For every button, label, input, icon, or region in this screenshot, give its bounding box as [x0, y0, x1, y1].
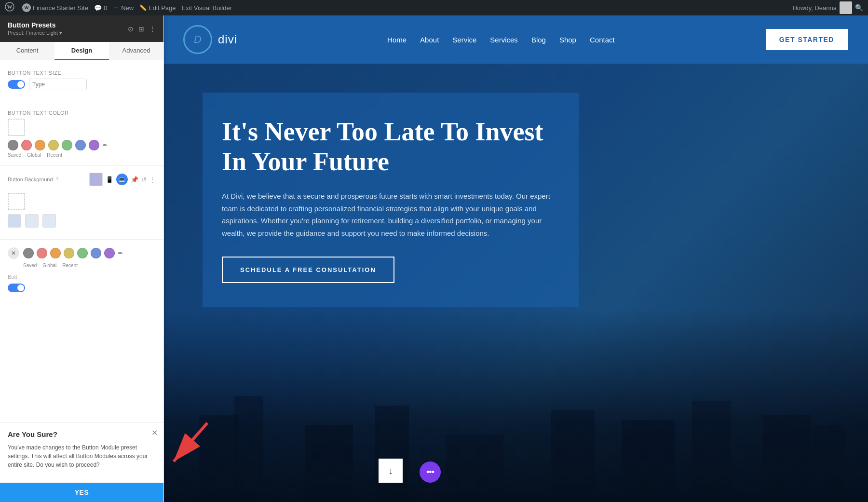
dots-icon: •••: [426, 467, 434, 477]
plus-icon: ＋: [113, 3, 119, 12]
bg-color-section: [0, 189, 163, 235]
grid-icon[interactable]: ⊞: [138, 25, 144, 33]
color-swatch-orange[interactable]: [35, 140, 45, 150]
comments-link[interactable]: 💬 0: [94, 4, 107, 12]
eyedropper-icon[interactable]: ✒: [102, 141, 108, 149]
site-name-text: Finance Starter Site: [33, 4, 88, 12]
swatch-blue-2[interactable]: [91, 248, 101, 258]
swatch-orange-2[interactable]: [50, 248, 61, 258]
nav-about[interactable]: About: [420, 36, 439, 44]
bg-label-text: Button Background: [8, 176, 53, 182]
swatch-red-2[interactable]: [37, 248, 47, 258]
divider-3: [0, 239, 163, 240]
modal-body-text: You've made changes to the Button Module…: [8, 443, 156, 469]
color-swatch-blue[interactable]: [75, 140, 86, 150]
are-you-sure-modal: Are You Sure? ✕ You've made changes to t…: [0, 422, 163, 502]
wp-logo-icon[interactable]: W: [5, 2, 14, 14]
button-text-color-group: Button Text Color ✒ Saved Global: [0, 106, 163, 162]
comment-icon: 💬: [94, 4, 102, 12]
divider-1: [0, 102, 163, 102]
tab-design[interactable]: Design: [54, 42, 109, 60]
button-text-size-group: Button Text Size: [0, 66, 163, 98]
nav-home[interactable]: Home: [387, 36, 407, 44]
panel-title: Button Presets: [8, 21, 62, 29]
bg-type-solid[interactable]: [8, 214, 21, 228]
nav-shop[interactable]: Shop: [559, 36, 576, 44]
color-swatch-gray[interactable]: [8, 140, 18, 150]
hero-content: It's Never Too Late To Invest In Your Fu…: [203, 93, 579, 307]
text-color-preview[interactable]: [8, 119, 25, 136]
question-icon[interactable]: ?: [56, 176, 59, 182]
pencil-icon: ✏️: [139, 4, 147, 11]
more-icon[interactable]: ⋮: [149, 25, 156, 33]
second-swatch-section: ✕ ✒ Saved Global Recent: [0, 244, 163, 272]
hero-title: It's Never Too Late To Invest In Your Fu…: [222, 117, 555, 176]
text-color-swatches: ✒: [8, 140, 156, 150]
modal-yes-button[interactable]: Yes: [0, 483, 163, 502]
nav-service[interactable]: Service: [452, 36, 476, 44]
tab-content[interactable]: Content: [0, 42, 54, 60]
text-color-preset-labels: Saved Global Recent: [8, 152, 156, 158]
color-swatch-purple[interactable]: [89, 140, 99, 150]
x-circle-icon[interactable]: ✕: [8, 247, 19, 259]
bg-type-image[interactable]: [42, 214, 56, 228]
panel-header: Button Presets Preset: Finance Light ▾ ⊙…: [0, 15, 163, 42]
bg-type-gradient[interactable]: [25, 214, 39, 228]
eyedropper-icon-2[interactable]: ✒: [118, 249, 123, 257]
main-layout: Button Presets Preset: Finance Light ▾ ⊙…: [0, 15, 868, 502]
color-swatch-green[interactable]: [62, 140, 72, 150]
phone-icon[interactable]: 📱: [106, 176, 113, 183]
nav-blog[interactable]: Blog: [531, 36, 546, 44]
nav-contact[interactable]: Contact: [590, 36, 615, 44]
color-swatch-yellow[interactable]: [48, 140, 59, 150]
swatch-yellow-2[interactable]: [64, 248, 74, 258]
color-swatch-red[interactable]: [21, 140, 32, 150]
exit-builder-link[interactable]: Exit Visual Builder: [182, 4, 232, 12]
new-menu[interactable]: ＋ New: [113, 3, 134, 12]
button-text-size-label: Button Text Size: [8, 70, 156, 76]
edit-page-link[interactable]: ✏️ Edit Page: [139, 4, 176, 12]
modal-close-button[interactable]: ✕: [151, 428, 158, 437]
site-nav: Home About Service Services Blog Shop Co…: [387, 36, 615, 44]
fullscreen-icon[interactable]: ⊙: [128, 25, 134, 33]
button-background-group: Button Background ? 📱 💻 📌 ↺ ⋮: [0, 170, 163, 189]
admin-search-icon[interactable]: 🔍: [855, 4, 863, 12]
button-text-color-label: Button Text Color: [8, 110, 156, 116]
second-swatches: ✒: [23, 248, 123, 258]
pin-icon[interactable]: 📌: [131, 176, 138, 183]
active-device-icon[interactable]: 💻: [116, 174, 128, 185]
second-preset-row: ✕ ✒: [8, 247, 156, 259]
bg-color-box[interactable]: [8, 193, 25, 210]
site-name-link[interactable]: W Finance Starter Site: [22, 3, 88, 12]
hero-cta-button[interactable]: SCHEDULE A FREE CONSULTATION: [222, 257, 394, 283]
chevron-down-icon: ↓: [388, 465, 393, 476]
swatch-gray-2[interactable]: [23, 248, 34, 258]
nav-services[interactable]: Services: [490, 36, 518, 44]
scroll-down-button[interactable]: ↓: [379, 459, 403, 483]
bg-label: Button Background ?: [8, 176, 59, 182]
building-gradient: [164, 309, 868, 502]
reset-icon[interactable]: ↺: [141, 176, 147, 183]
user-menu[interactable]: Howdy, Deanna 🔍: [792, 1, 863, 14]
text-size-toggle[interactable]: [8, 80, 25, 89]
admin-bar: W W Finance Starter Site 💬 0 ＋ New ✏️ Ed…: [0, 0, 868, 15]
bg-controls: 📱 💻 📌 ↺ ⋮: [89, 173, 156, 186]
svg-text:W: W: [7, 4, 13, 10]
logo-circle: D: [183, 25, 212, 54]
toggle-2[interactable]: [8, 284, 25, 292]
more-bg-icon[interactable]: ⋮: [149, 176, 156, 183]
tab-advanced[interactable]: Advanced: [109, 42, 163, 60]
tab-bar: Content Design Advanced: [0, 42, 163, 60]
text-size-input[interactable]: [29, 79, 87, 90]
get-started-button[interactable]: GET STARTED: [765, 28, 849, 51]
purple-dots-button[interactable]: •••: [420, 461, 441, 483]
modal-content-area: Are You Sure? ✕ You've made changes to t…: [0, 422, 163, 483]
bg-color-preview[interactable]: [89, 173, 103, 186]
left-panel: Button Presets Preset: Finance Light ▾ ⊙…: [0, 15, 164, 502]
bg-type-row: [8, 214, 156, 228]
panel-subtitle[interactable]: Preset: Finance Light ▾: [8, 30, 62, 36]
swatch-green-2[interactable]: [77, 248, 88, 258]
swatch-purple-2[interactable]: [104, 248, 115, 258]
toggle-row-2: [0, 282, 163, 294]
button-text-size-row: [8, 79, 156, 90]
